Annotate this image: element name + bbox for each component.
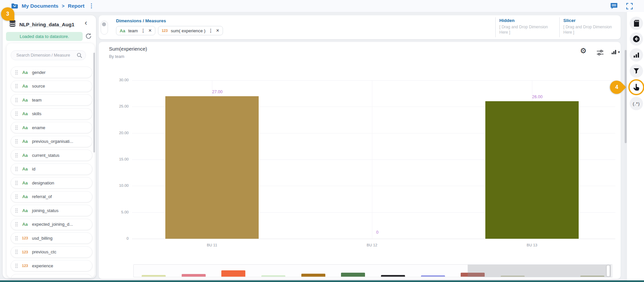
- y-axis-tick-label: 10.00: [105, 183, 129, 187]
- field-item-previous-organisati-[interactable]: Aaprevious_organisati...: [11, 136, 92, 147]
- database-icon: [9, 20, 16, 29]
- comment-icon[interactable]: [610, 3, 618, 11]
- query-builder-bar: Dimensions / Measures Aateam⋮×123sum( ex…: [99, 15, 621, 39]
- datastore-card-button[interactable]: [630, 17, 643, 30]
- data-sidebar: NLP_hiring_data_Aug1 ‹ Loaded data to da…: [3, 15, 96, 278]
- dimensions-measures-title: Dimensions / Measures: [116, 18, 166, 23]
- drag-handle-icon[interactable]: [15, 194, 18, 199]
- field-item-usd-billing[interactable]: 123usd_billing: [11, 232, 92, 244]
- drag-handle-icon[interactable]: [15, 125, 18, 130]
- chart-minimap[interactable]: [133, 264, 613, 277]
- drag-handle-icon[interactable]: [15, 208, 18, 213]
- divider: [559, 17, 560, 37]
- field-label: experience: [32, 263, 53, 268]
- minimap-drag-handle[interactable]: [607, 265, 610, 276]
- drag-handle-icon[interactable]: [15, 236, 18, 241]
- page-scrollbar-thumb[interactable]: [625, 50, 627, 143]
- chart-subtitle: By team: [109, 54, 124, 59]
- drag-handle-icon[interactable]: [15, 153, 18, 158]
- field-item-referral-of[interactable]: Aareferral_of: [11, 191, 92, 202]
- field-item-ename[interactable]: Aaename: [11, 122, 92, 133]
- status-toast: Loaded data to datastore.: [6, 32, 83, 41]
- field-item-id[interactable]: Aaid: [11, 163, 92, 175]
- app-window: My Documents > Report ⋮ 3 NLP_hiring_dat…: [0, 0, 644, 282]
- folder-icon[interactable]: [11, 3, 18, 9]
- field-item-expected-joining-d-[interactable]: Aaexpected_joining_d...: [11, 219, 92, 230]
- top-navigation-bar: My Documents > Report ⋮: [0, 0, 644, 12]
- drag-handle-icon[interactable]: [15, 166, 18, 171]
- text-type-icon: Aa: [21, 70, 29, 75]
- back-button[interactable]: [630, 32, 643, 46]
- field-list-panel: AagenderAasourceAateamAaskillsAaenameAap…: [7, 43, 95, 278]
- builder-chip-team[interactable]: Aateam⋮×: [116, 26, 155, 35]
- chip-remove-icon[interactable]: ×: [149, 28, 152, 33]
- chip-menu-icon[interactable]: ⋮: [208, 28, 213, 33]
- bar-bu-13[interactable]: [485, 101, 579, 239]
- report-menu-icon[interactable]: ⋮: [88, 2, 94, 9]
- number-type-icon: 123: [21, 264, 29, 268]
- drag-handle-icon[interactable]: [15, 249, 18, 254]
- field-item-joining-status[interactable]: Aajoining_status: [11, 205, 92, 216]
- breadcrumb-item-report[interactable]: Report: [68, 3, 84, 9]
- search-icon[interactable]: [77, 53, 82, 58]
- charts-button[interactable]: [630, 48, 643, 62]
- bar-chart-icon: [611, 49, 617, 55]
- drag-handle-icon[interactable]: [15, 139, 18, 144]
- field-item-previous-ctc[interactable]: 123previous_ctc: [11, 246, 92, 258]
- builder-toggle[interactable]: [101, 21, 108, 35]
- bottom-accent-bar: [0, 280, 644, 282]
- field-item-partial[interactable]: [11, 274, 92, 278]
- drag-handle-icon[interactable]: [15, 263, 18, 268]
- chart-type-selector[interactable]: ▾: [611, 49, 620, 55]
- dataset-title: NLP_hiring_data_Aug1: [19, 22, 74, 27]
- field-label: team: [32, 98, 42, 103]
- search-input[interactable]: [16, 53, 77, 58]
- refresh-icon[interactable]: [85, 33, 92, 41]
- fullscreen-icon[interactable]: [626, 3, 633, 11]
- sidebar-scrollbar-thumb[interactable]: [93, 53, 95, 152]
- text-type-icon: Aa: [21, 194, 29, 199]
- field-item-skills[interactable]: Aaskills: [11, 108, 92, 120]
- collapse-sidebar-icon[interactable]: ‹: [85, 19, 87, 27]
- chip-menu-icon[interactable]: ⋮: [141, 28, 146, 33]
- text-type-icon: Aa: [21, 84, 29, 89]
- hidden-dropzone[interactable]: Hidden [ Drag and Drop Dimension Here ]: [499, 18, 556, 35]
- builder-chip-sum-experience-[interactable]: 123sum( experience )⋮×: [158, 26, 223, 35]
- pointer-tool-button[interactable]: [628, 79, 644, 95]
- regex-label: (.*): [633, 101, 640, 106]
- drag-handle-icon[interactable]: [15, 180, 18, 185]
- text-type-icon: Aa: [120, 28, 125, 33]
- field-label: ename: [32, 125, 45, 130]
- field-item-source[interactable]: Aasource: [11, 81, 92, 92]
- minimap-bar: [341, 273, 365, 277]
- field-label: source: [32, 84, 45, 89]
- field-item-designation[interactable]: Aadesignation: [11, 177, 92, 188]
- breadcrumb-item-my-documents[interactable]: My Documents: [22, 3, 58, 9]
- field-label: expected_joining_d...: [32, 222, 73, 227]
- drag-handle-icon[interactable]: [15, 84, 18, 89]
- slicer-dropzone[interactable]: Slicer [ Drag and Drop Dimension Here ]: [563, 18, 620, 35]
- field-item-experience[interactable]: 123experience: [11, 260, 92, 271]
- toggle-knob-icon: [102, 22, 106, 26]
- chart-settings-gear-icon[interactable]: ⚙: [580, 47, 587, 55]
- chart-options-sliders-icon[interactable]: [596, 50, 604, 57]
- funnel-icon: [633, 68, 639, 74]
- drag-handle-icon[interactable]: [15, 98, 18, 103]
- drag-handle-icon[interactable]: [15, 70, 18, 75]
- hand-pointer-icon: [633, 84, 640, 91]
- filter-button[interactable]: [630, 64, 643, 78]
- text-type-icon: Aa: [21, 125, 29, 130]
- field-item-gender[interactable]: Aagender: [11, 67, 92, 78]
- bar-bu-11[interactable]: [165, 96, 259, 239]
- field-item-current-status[interactable]: Aacurrent_status: [11, 149, 92, 161]
- regex-tool-button[interactable]: (.*): [630, 97, 643, 110]
- chip-remove-icon[interactable]: ×: [216, 28, 219, 33]
- field-label: previous_organisati...: [32, 139, 73, 144]
- horizontal-gridline: [132, 80, 615, 81]
- drag-handle-icon[interactable]: [15, 222, 18, 227]
- minimap-selection-overlay[interactable]: [468, 265, 611, 277]
- drag-handle-icon[interactable]: [15, 111, 18, 116]
- breadcrumb: My Documents > Report ⋮: [11, 2, 94, 9]
- text-type-icon: Aa: [21, 166, 29, 171]
- field-item-team[interactable]: Aateam: [11, 94, 92, 106]
